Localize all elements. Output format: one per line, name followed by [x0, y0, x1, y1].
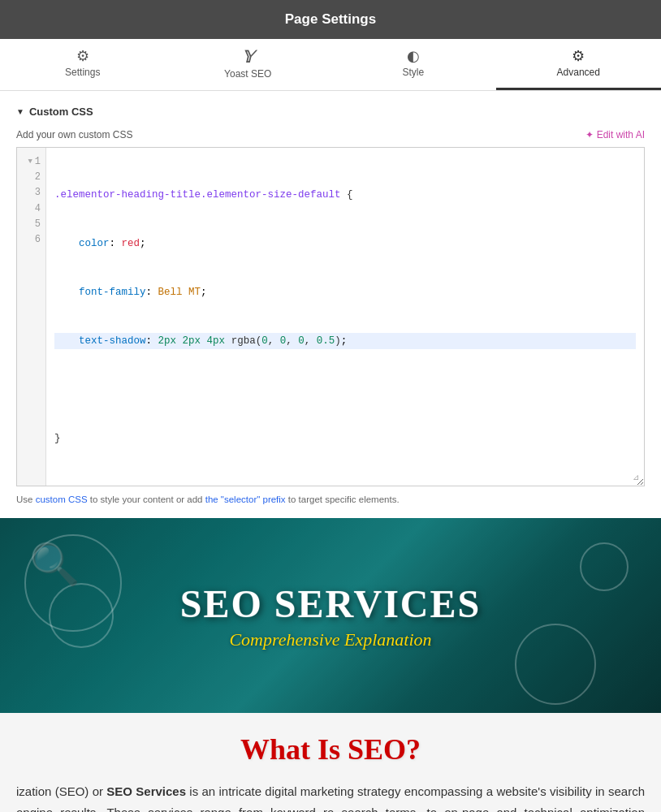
edit-with-ai-button[interactable]: ✦ Edit with AI	[585, 129, 645, 140]
seo-subtitle: Comprehensive Explanation	[180, 629, 481, 650]
tab-style-label: Style	[402, 67, 424, 78]
banner-deco-circle-3	[515, 624, 596, 705]
custom-css-section-title: ▼ Custom CSS	[16, 106, 645, 118]
page-content: What Is SEO? ization (SEO) or SEO Servic…	[0, 713, 661, 812]
section-collapse-arrow[interactable]: ▼	[16, 107, 24, 116]
banner-content: SEO SERVICES Comprehensive Explanation	[180, 581, 481, 650]
helper-after: to target specific elements.	[286, 495, 400, 504]
seo-banner: 🔍 SEO SERVICES Comprehensive Explanation	[0, 518, 661, 713]
line-arrow-1: ▼	[28, 156, 32, 167]
helper-before: Use	[16, 495, 36, 504]
advanced-icon: ⚙	[572, 49, 585, 63]
code-line-6: }	[54, 430, 636, 447]
yoast-icon: 𝕐	[242, 49, 253, 65]
code-line-5	[54, 382, 636, 398]
helper-text: Use custom CSS to style your content or …	[16, 493, 645, 507]
line-number-3: 3	[22, 185, 41, 201]
what-is-seo-heading: What Is SEO?	[16, 732, 645, 767]
tab-settings[interactable]: ⚙ Settings	[0, 39, 166, 90]
code-line-1: .elementor-heading-title.elementor-size-…	[54, 187, 636, 203]
tab-settings-label: Settings	[65, 67, 100, 78]
banner-deco-circle-2	[49, 583, 114, 648]
paragraph-text-start: ization (SEO) or	[16, 784, 106, 798]
selector-prefix-link[interactable]: the "selector" prefix	[205, 495, 286, 504]
code-content[interactable]: .elementor-heading-title.elementor-size-…	[46, 148, 644, 486]
tab-yoast-seo[interactable]: 𝕐 Yoast SEO	[166, 39, 331, 90]
line-number-2: 2	[22, 170, 41, 185]
line-number-6: 6	[22, 232, 41, 248]
add-custom-css-label: Add your own custom CSS	[16, 129, 132, 140]
code-line-2: color: red;	[54, 235, 636, 252]
css-code-editor[interactable]: ▼1 2 3 4 5 6 .elementor-heading-title.el…	[16, 147, 645, 486]
code-line-4: text-shadow: 2px 2px 4px rgba(0, 0, 0, 0…	[54, 333, 636, 349]
style-icon: ◐	[407, 49, 420, 63]
tabs-bar: ⚙ Settings 𝕐 Yoast SEO ◐ Style ⚙ Advance…	[0, 39, 661, 91]
settings-icon: ⚙	[76, 49, 89, 63]
line-number-1: ▼1	[22, 154, 41, 170]
page-header: Page Settings	[0, 0, 661, 39]
line-number-4: 4	[22, 201, 41, 217]
resize-handle[interactable]: ⊿	[633, 474, 642, 484]
tab-yoast-label: Yoast SEO	[224, 68, 271, 80]
banner-deco-circle-4	[580, 542, 629, 591]
code-line-3: font-family: Bell MT;	[54, 284, 636, 300]
tab-advanced[interactable]: ⚙ Advanced	[496, 39, 662, 90]
seo-services-title: SEO SERVICES	[180, 581, 481, 626]
banner-search-icon: 🔍	[29, 541, 80, 588]
helper-mid: to style your content or add	[88, 495, 205, 504]
tab-style[interactable]: ◐ Style	[330, 39, 496, 90]
content-area: ▼ Custom CSS Add your own custom CSS ✦ E…	[0, 91, 661, 518]
custom-css-label: Custom CSS	[29, 106, 93, 118]
line-number-5: 5	[22, 217, 41, 232]
seo-bold-1: SEO Services	[106, 784, 186, 798]
tab-advanced-label: Advanced	[557, 67, 600, 78]
custom-css-link[interactable]: custom CSS	[36, 495, 88, 504]
seo-description-paragraph: ization (SEO) or SEO Services is an intr…	[16, 781, 645, 812]
page-title: Page Settings	[285, 11, 376, 27]
line-numbers: ▼1 2 3 4 5 6	[17, 148, 46, 486]
css-label-row: Add your own custom CSS ✦ Edit with AI	[16, 129, 645, 140]
